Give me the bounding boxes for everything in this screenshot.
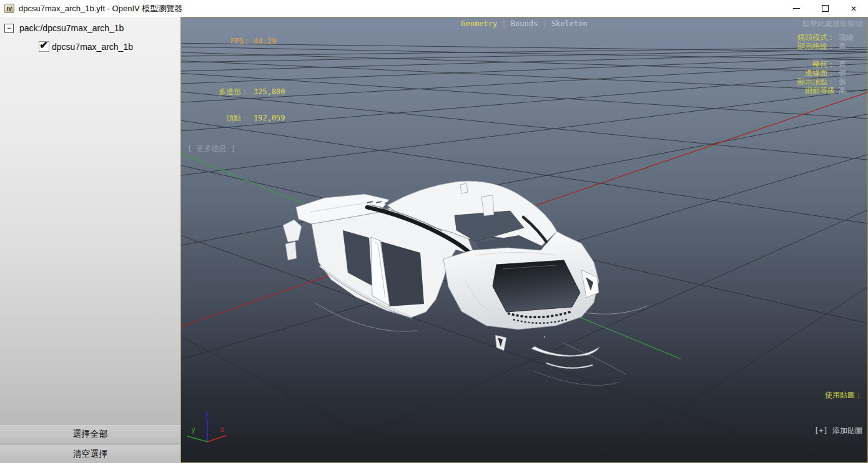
stats-overlay: FPS: 44.29 多邊形： 325,800 頂點： 192,059 [ 更多… bbox=[187, 19, 285, 170]
vertices-value: 192,059 bbox=[254, 114, 285, 122]
tab-skeleton[interactable]: Skeleton bbox=[551, 19, 588, 28]
show-vertices-value[interactable]: 假 bbox=[839, 77, 862, 86]
select-all-button[interactable]: 選擇全部 bbox=[0, 426, 180, 443]
maximize-button[interactable] bbox=[811, 0, 839, 17]
help-link[interactable]: 點擊此處獲取幫助 bbox=[802, 19, 862, 28]
app-icon: IV bbox=[4, 4, 14, 13]
selection-buttons: 選擇全部 清空選擇 bbox=[0, 425, 180, 463]
texture-panel: 使用貼圖： [+] 添加貼圖 bbox=[814, 366, 862, 461]
tree-model-item[interactable]: ✔ dpcsu7max_arch_1b bbox=[0, 33, 180, 52]
gizmo-x-axis bbox=[207, 436, 226, 442]
title-bar: IV dpcsu7max_arch_1b.yft - OpenIV 模型瀏覽器 … bbox=[0, 0, 868, 17]
camera-settings: 鏡頭模式： 環繞 顯示格線： 真 bbox=[797, 33, 862, 51]
gizmo-z-label: z bbox=[205, 411, 209, 419]
show-vertices-label: 顯示頂點： bbox=[797, 77, 835, 86]
edge-faces-label: 邊緣面： bbox=[797, 69, 835, 77]
tree-model-label: dpcsu7max_arch_1b bbox=[52, 42, 133, 52]
car-model bbox=[283, 181, 648, 386]
camera-mode-value[interactable]: 環繞 bbox=[839, 33, 862, 42]
tab-separator: | bbox=[542, 19, 546, 28]
tree-root-label: pack:/dpcsu7max_arch_1b bbox=[19, 23, 124, 33]
view-mode-tabs: Geometry | Bounds | Skeleton bbox=[181, 19, 867, 28]
window-title: dpcsu7max_arch_1b.yft - OpenIV 模型瀏覽器 bbox=[19, 3, 182, 14]
geometry-label: 幾何： bbox=[797, 60, 835, 69]
polygons-row: 多邊形： 325,800 bbox=[187, 87, 285, 96]
checkmark-icon: ✔ bbox=[39, 39, 48, 52]
tab-separator: | bbox=[501, 19, 506, 28]
tree-root-item[interactable]: − pack:/dpcsu7max_arch_1b bbox=[0, 17, 180, 33]
show-grid-value[interactable]: 真 bbox=[839, 42, 862, 51]
clear-selection-button[interactable]: 清空選擇 bbox=[0, 445, 180, 463]
model-viewport[interactable]: FPS: 44.29 多邊形： 325,800 頂點： 192,059 [ 更多… bbox=[180, 17, 868, 463]
maximize-icon bbox=[822, 5, 829, 12]
camera-mode-label: 鏡頭模式： bbox=[797, 33, 835, 42]
polygons-label: 多邊形： bbox=[187, 87, 249, 96]
model-tree-panel: − pack:/dpcsu7max_arch_1b ✔ dpcsu7max_ar… bbox=[0, 17, 180, 463]
axis-gizmo: z y x bbox=[181, 400, 250, 462]
geometry-settings: 幾何： 真 邊緣面： 假 顯示頂點： 假 細節等級 高 bbox=[797, 60, 862, 95]
close-icon: ✕ bbox=[851, 5, 857, 12]
show-grid-label: 顯示格線： bbox=[797, 42, 835, 51]
fps-row: FPS: 44.29 bbox=[187, 37, 285, 46]
fps-value: 44.29 bbox=[254, 37, 276, 46]
use-texture-label: 使用貼圖： bbox=[814, 389, 862, 401]
minimize-icon bbox=[793, 8, 800, 9]
vertices-row: 頂點： 192,059 bbox=[187, 114, 285, 122]
gizmo-y-label: y bbox=[191, 425, 195, 434]
geometry-value[interactable]: 真 bbox=[839, 60, 862, 69]
tab-bounds[interactable]: Bounds bbox=[511, 19, 538, 28]
vertices-label: 頂點： bbox=[187, 114, 249, 122]
tab-geometry[interactable]: Geometry bbox=[461, 19, 497, 28]
minimize-button[interactable] bbox=[782, 0, 811, 17]
add-texture-button[interactable]: [+] 添加貼圖 bbox=[814, 425, 862, 437]
polygons-value: 325,800 bbox=[254, 87, 285, 96]
fps-label: FPS: bbox=[187, 37, 249, 46]
close-button[interactable]: ✕ bbox=[839, 0, 868, 17]
more-info-link[interactable]: [ 更多信息 ] bbox=[187, 144, 285, 153]
model-checkbox[interactable]: ✔ bbox=[39, 41, 49, 52]
detail-level-label: 細節等級 bbox=[797, 86, 835, 95]
collapse-icon[interactable]: − bbox=[4, 24, 14, 33]
edge-faces-value[interactable]: 假 bbox=[839, 69, 862, 77]
gizmo-x-label: x bbox=[220, 425, 224, 434]
detail-level-value[interactable]: 高 bbox=[839, 86, 862, 95]
gizmo-y-axis bbox=[187, 436, 207, 442]
window-controls: ✕ bbox=[782, 0, 868, 17]
